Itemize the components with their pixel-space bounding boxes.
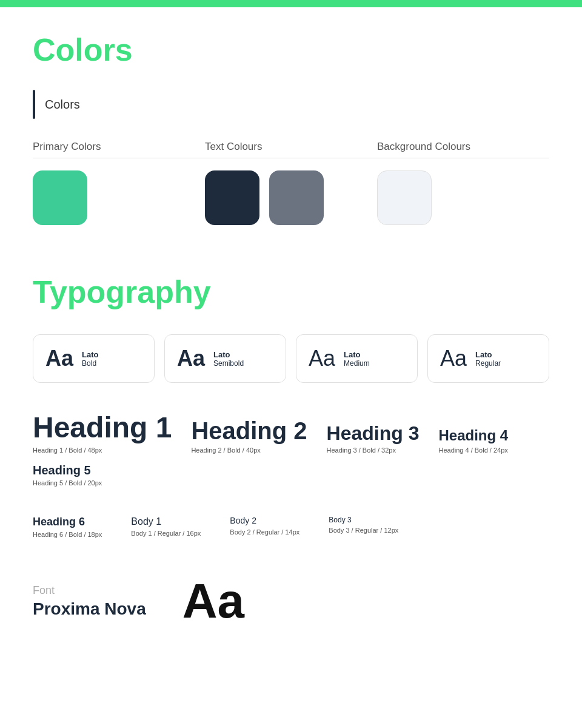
text-swatches: [205, 170, 377, 225]
heading-5-sub: Heading 5 / Bold / 20px: [33, 479, 102, 487]
background-colors-title: Background Colours: [377, 141, 549, 158]
body-2-sub: Body 2 / Regular / 14px: [230, 528, 299, 536]
font-card-info-medium: Lato Medium: [344, 350, 370, 368]
heading-2-sub: Heading 2 / Bold / 40px: [191, 447, 307, 454]
typography-title: Typography: [33, 274, 549, 310]
heading-4-display: Heading 4: [438, 428, 508, 443]
font-name-regular: Lato: [475, 350, 501, 359]
heading-1-sub: Heading 1 / Bold / 48px: [33, 447, 172, 454]
font-info: Font Proxima Nova: [33, 584, 146, 619]
heading-3-item: Heading 3 Heading 3 / Bold / 32px: [327, 423, 420, 454]
text-colors-group: Text Colours: [205, 141, 377, 225]
font-weight-bold: Bold: [82, 359, 98, 368]
font-card-aa-medium: Aa: [309, 346, 335, 371]
heading-4-item: Heading 4 Heading 4 / Bold / 24px: [438, 428, 508, 453]
heading-4-sub: Heading 4 / Bold / 24px: [438, 447, 508, 454]
heading-6-item: Heading 6 Heading 6 / Bold / 18px: [33, 516, 102, 539]
body-row: Heading 6 Heading 6 / Bold / 18px Body 1…: [33, 516, 549, 548]
font-card-semibold: Aa Lato Semibold: [164, 334, 286, 383]
heading-1-item: Heading 1 Heading 1 / Bold / 48px: [33, 412, 172, 454]
font-label: Font: [33, 584, 146, 597]
font-aa-display: Aa: [182, 577, 244, 625]
font-name-bold: Lato: [82, 350, 98, 359]
heading-5-display: Heading 5: [33, 463, 102, 477]
dark-navy-swatch: [205, 170, 259, 225]
font-card-info-semibold: Lato Semibold: [213, 350, 244, 368]
colors-section: Colors Colors Primary Colors Text Colour…: [33, 32, 549, 225]
primary-swatches: [33, 170, 205, 225]
body-3-item: Body 3 Body 3 / Regular / 12px: [329, 516, 398, 539]
top-bar: [0, 0, 582, 7]
body-1-sub: Body 1 / Regular / 16px: [131, 530, 201, 537]
light-background-swatch: [377, 170, 432, 225]
font-name-medium: Lato: [344, 350, 370, 359]
font-card-aa-regular: Aa: [440, 346, 467, 371]
background-colors-group: Background Colours: [377, 141, 549, 225]
body-1-item: Body 1 Body 1 / Regular / 16px: [131, 516, 201, 539]
body-3-sub: Body 3 / Regular / 12px: [329, 527, 398, 534]
font-name: Proxima Nova: [33, 599, 146, 619]
color-groups: Primary Colors Text Colours Background C…: [33, 141, 549, 225]
body-3-display: Body 3: [329, 516, 398, 524]
font-cards: Aa Lato Bold Aa Lato Semibold Aa Lato Me…: [33, 334, 549, 383]
text-colors-title: Text Colours: [205, 141, 377, 158]
typography-section: Typography Aa Lato Bold Aa Lato Semibold…: [33, 274, 549, 625]
heading-6-display: Heading 6: [33, 516, 102, 529]
heading-5-item: Heading 5 Heading 5 / Bold / 20px: [33, 463, 102, 487]
heading-1-display: Heading 1: [33, 412, 172, 444]
heading-2-display: Heading 2: [191, 417, 307, 444]
colors-title: Colors: [33, 32, 549, 68]
font-weight-semibold: Semibold: [213, 359, 244, 368]
font-section: Font Proxima Nova Aa: [33, 577, 549, 625]
font-card-info-bold: Lato Bold: [82, 350, 98, 368]
section-label: Colors: [45, 98, 80, 112]
medium-gray-swatch: [269, 170, 324, 225]
font-card-regular: Aa Lato Regular: [427, 334, 549, 383]
font-card-bold: Aa Lato Bold: [33, 334, 155, 383]
font-card-medium: Aa Lato Medium: [296, 334, 418, 383]
primary-colors-title: Primary Colors: [33, 141, 205, 158]
section-label-bar: Colors: [33, 90, 549, 119]
body-1-display: Body 1: [131, 516, 201, 527]
primary-green-swatch: [33, 170, 87, 225]
heading-2-item: Heading 2 Heading 2 / Bold / 40px: [191, 417, 307, 454]
font-weight-regular: Regular: [475, 359, 501, 368]
heading-3-sub: Heading 3 / Bold / 32px: [327, 447, 420, 454]
background-swatches: [377, 170, 549, 225]
font-name-semibold: Lato: [213, 350, 244, 359]
body-2-item: Body 2 Body 2 / Regular / 14px: [230, 516, 299, 539]
headings-row: Heading 1 Heading 1 / Bold / 48px Headin…: [33, 412, 549, 496]
heading-6-sub: Heading 6 / Bold / 18px: [33, 531, 102, 538]
body-2-display: Body 2: [230, 516, 299, 526]
primary-colors-group: Primary Colors: [33, 141, 205, 225]
font-card-aa-bold: Aa: [45, 346, 73, 371]
label-border: [33, 90, 35, 119]
font-weight-medium: Medium: [344, 359, 370, 368]
heading-3-display: Heading 3: [327, 423, 420, 444]
font-card-aa-semibold: Aa: [177, 346, 205, 371]
font-card-info-regular: Lato Regular: [475, 350, 501, 368]
